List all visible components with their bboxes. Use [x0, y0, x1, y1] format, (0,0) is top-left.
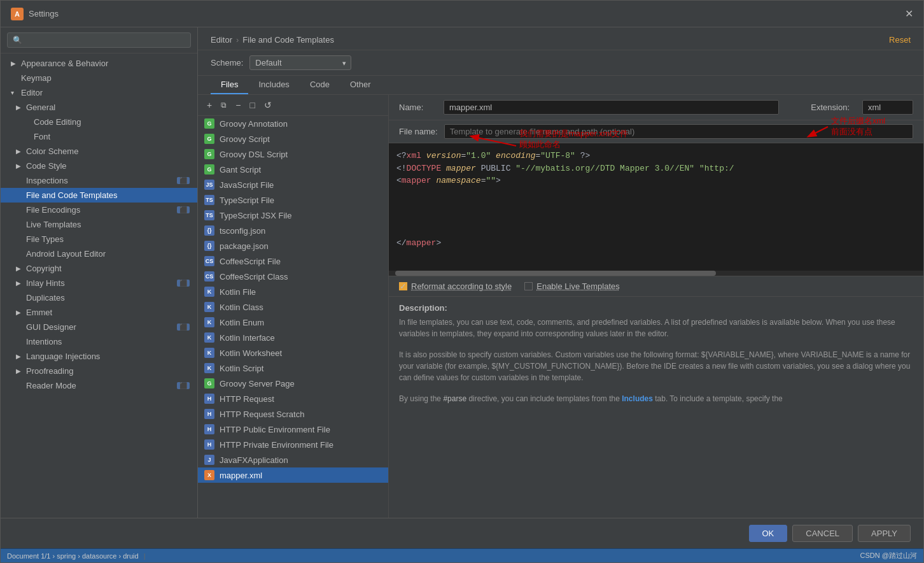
file-icon: H [204, 439, 214, 450]
sidebar-item-inlay-hints[interactable]: ▶ Inlay Hints ⬛ [1, 276, 197, 290]
sidebar-item-emmet[interactable]: ▶ Emmet [1, 305, 197, 320]
tab-code[interactable]: Code [300, 76, 340, 94]
code-editor[interactable]: <?xml version="1.0" encoding="UTF-8" ?> … [389, 143, 923, 271]
sidebar-item-editor[interactable]: ▾ Editor [1, 85, 197, 100]
file-icon: G [204, 118, 214, 129]
description-para-1: In file templates, you can use text, cod… [399, 317, 913, 339]
sidebar-item-language-injections[interactable]: ▶ Language Injections [1, 349, 197, 364]
file-item[interactable]: G Groovy Annotation [198, 116, 388, 131]
file-item[interactable]: CS CoffeeScript File [198, 253, 388, 269]
file-icon: X [204, 470, 214, 480]
sidebar-item-general[interactable]: ▶ General [1, 100, 197, 115]
file-item-mapper[interactable]: X mapper.xml [198, 467, 388, 483]
file-item[interactable]: JS JavaScript File [198, 177, 388, 192]
sidebar-item-code-style[interactable]: ▶ Code Style [1, 159, 197, 173]
file-item[interactable]: TS TypeScript File [198, 192, 388, 208]
file-item[interactable]: H HTTP Request [198, 391, 388, 406]
sidebar-item-code-editing[interactable]: Code Editing [1, 115, 197, 129]
reformat-checkbox-wrap: ✓ Reformat according to style [399, 282, 512, 291]
sidebar-item-android-layout[interactable]: Android Layout Editor [1, 246, 197, 261]
breadcrumb-current: File and Code Templates [242, 35, 334, 45]
expand-arrow [16, 294, 22, 301]
file-item[interactable]: H HTTP Public Environment File [198, 422, 388, 437]
tab-files[interactable]: Files [211, 76, 248, 94]
sidebar-label: Proofreading [26, 366, 73, 376]
sidebar-label: Font [34, 132, 50, 141]
live-templates-checkbox[interactable] [524, 282, 533, 290]
file-item[interactable]: H HTTP Private Environment File [198, 437, 388, 452]
sidebar-item-intentions[interactable]: Intentions [1, 334, 197, 349]
file-item-name: Groovy DSL Script [220, 150, 288, 159]
settings-sidebar: ▶ Appearance & Behavior Keymap ▾ Editor … [1, 27, 198, 518]
file-item[interactable]: G Groovy DSL Script [198, 146, 388, 162]
sidebar-item-file-types[interactable]: File Types [1, 232, 197, 246]
code-line: <mapper namespace=""> [396, 175, 916, 187]
tab-other[interactable]: Other [340, 76, 381, 94]
description-para-3: By using the #parse directive, you can i… [399, 393, 913, 404]
file-item[interactable]: G Groovy Script [198, 131, 388, 146]
status-path: Document 1/1 › spring › datasource › dru… [7, 552, 139, 560]
name-input[interactable] [444, 100, 779, 115]
expand-arrow: ▶ [16, 367, 22, 374]
file-item[interactable]: {} tsconfig.json [198, 223, 388, 238]
file-item[interactable]: J JavaFXApplication [198, 452, 388, 467]
sidebar-item-keymap[interactable]: Keymap [1, 71, 197, 85]
reformat-checkbox[interactable]: ✓ [399, 282, 407, 290]
name-label: Name: [399, 103, 431, 112]
file-icon: J [204, 455, 214, 465]
file-item[interactable]: H HTTP Request Scratch [198, 406, 388, 422]
scheme-select[interactable]: Default Custom [249, 55, 351, 70]
file-item[interactable]: TS TypeScript JSX File [198, 208, 388, 223]
sidebar-item-copyright[interactable]: ▶ Copyright [1, 261, 197, 276]
file-item-name: Groovy Annotation [220, 119, 288, 129]
sidebar-item-inspections[interactable]: Inspections ⬛ [1, 173, 197, 188]
sidebar-item-font[interactable]: Font [1, 129, 197, 144]
ok-button[interactable]: OK [749, 525, 788, 542]
reset-template-button[interactable]: ↺ [262, 99, 274, 111]
expand-arrow: ▶ [16, 148, 22, 155]
sidebar-item-gui-designer[interactable]: GUI Designer ⬛ [1, 320, 197, 334]
file-item-name: mapper.xml [220, 471, 262, 480]
sidebar-item-color-scheme[interactable]: ▶ Color Scheme [1, 144, 197, 159]
sidebar-label: File Types [26, 234, 64, 244]
file-item[interactable]: K Kotlin Worksheet [198, 345, 388, 360]
file-item-name: Kotlin Interface [220, 333, 275, 343]
expand-arrow [16, 177, 22, 184]
sidebar-item-file-encodings[interactable]: File Encodings ⬛ [1, 203, 197, 217]
file-item[interactable]: K Kotlin Script [198, 360, 388, 376]
file-item[interactable]: {} package.json [198, 238, 388, 253]
includes-link[interactable]: Includes [622, 394, 653, 403]
sidebar-item-file-templates[interactable]: File and Code Templates [1, 188, 197, 203]
file-item[interactable]: K Kotlin Enum [198, 315, 388, 330]
file-item[interactable]: G Groovy Server Page [198, 376, 388, 391]
tab-includes[interactable]: Includes [248, 76, 299, 94]
cancel-button[interactable]: CANCEL [792, 525, 853, 542]
reformat-label[interactable]: Reformat according to style [411, 282, 512, 291]
template-editor: Name: Extension: File name: [389, 95, 923, 518]
file-item-name: HTTP Request [220, 394, 274, 404]
reset-button[interactable]: Reset [889, 35, 911, 45]
file-item[interactable]: K Kotlin Interface [198, 330, 388, 345]
sidebar-item-proofreading[interactable]: ▶ Proofreading [1, 364, 197, 378]
live-templates-label[interactable]: Enable Live Templates [536, 282, 620, 291]
file-icon: K [204, 363, 214, 373]
close-button[interactable]: ✕ [905, 8, 913, 20]
file-item[interactable]: CS CoffeeScript Class [198, 269, 388, 284]
file-item-name: JavaFXApplication [220, 455, 288, 465]
file-item[interactable]: G Gant Script [198, 162, 388, 177]
apply-button[interactable]: APPLY [858, 525, 911, 542]
search-input[interactable] [7, 32, 191, 48]
filename-input[interactable] [444, 124, 913, 139]
remove-template-button[interactable]: − [233, 99, 243, 111]
horizontal-scrollbar[interactable] [389, 271, 923, 276]
duplicate-template-button[interactable]: □ [247, 99, 257, 111]
copy-template-button[interactable]: ⧉ [218, 99, 229, 111]
file-item[interactable]: K Kotlin File [198, 284, 388, 299]
sidebar-item-duplicates[interactable]: Duplicates [1, 290, 197, 305]
extension-input[interactable] [862, 100, 913, 115]
add-template-button[interactable]: + [204, 99, 214, 111]
sidebar-item-reader-mode[interactable]: Reader Mode ⬛ [1, 378, 197, 393]
sidebar-item-appearance[interactable]: ▶ Appearance & Behavior [1, 56, 197, 71]
sidebar-item-live-templates[interactable]: Live Templates [1, 217, 197, 232]
file-item[interactable]: K Kotlin Class [198, 299, 388, 315]
